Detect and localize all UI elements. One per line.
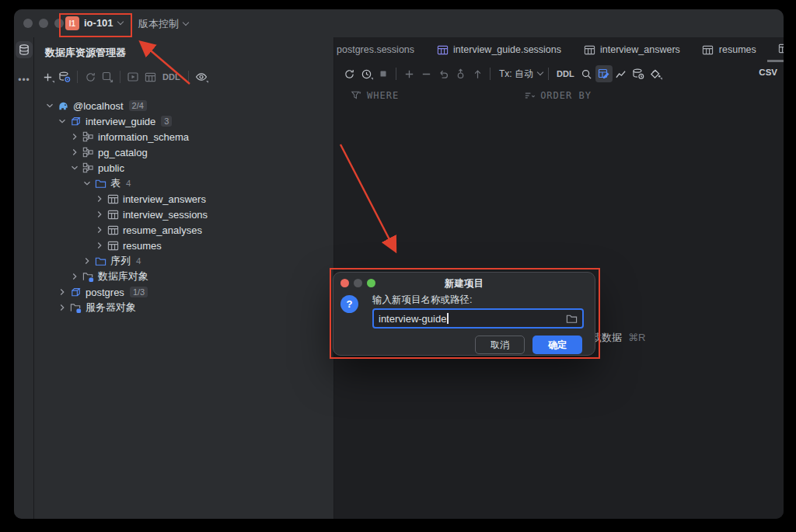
node-label: postgres — [86, 287, 124, 298]
chevron-right-icon[interactable] — [81, 255, 93, 267]
tree-node-pg-catalog[interactable]: pg_catalog — [34, 144, 333, 160]
where-field[interactable]: WHERE — [367, 90, 399, 101]
chevron-right-icon[interactable] — [56, 286, 68, 298]
tree-node-localhost[interactable]: @localhost 2/4 — [34, 98, 333, 113]
schema-icon — [82, 162, 94, 174]
submit-icon[interactable] — [469, 65, 486, 82]
preview-changes-icon[interactable] — [452, 65, 469, 82]
tx-mode-select[interactable]: Tx: 自动 — [499, 68, 543, 81]
editor-tabbar: postgres.sessions interview_guide.sessio… — [334, 37, 784, 62]
refresh-button[interactable] — [82, 68, 99, 85]
chevron-right-icon[interactable] — [93, 239, 106, 252]
tree-node-interview-answers[interactable]: interview_answers — [34, 191, 333, 207]
tree-node-resumes[interactable]: resumes — [34, 238, 333, 253]
reload-icon[interactable] — [340, 65, 358, 82]
tab-interview-guide-sessions[interactable]: interview_guide.sessions — [425, 37, 572, 62]
table-icon — [778, 43, 784, 55]
objects-folder-icon — [82, 270, 94, 283]
detach-schema-button[interactable] — [99, 68, 116, 85]
window-controls[interactable] — [23, 19, 64, 28]
tab-active-partial[interactable]: re — [767, 37, 784, 62]
minimize-button[interactable] — [39, 19, 48, 28]
chevron-right-icon[interactable] — [56, 301, 68, 314]
cancel-button[interactable]: 取消 — [475, 336, 525, 354]
chevron-right-icon[interactable] — [93, 208, 106, 221]
vcs-menu[interactable]: 版本控制 — [138, 17, 188, 31]
chevron-down-icon[interactable] — [81, 177, 93, 190]
tree-node-sequences-folder[interactable]: 序列 4 — [34, 253, 333, 269]
count-badge: 1/3 — [130, 287, 148, 297]
tree-node-postgres-db[interactable]: postgres 1/3 — [34, 284, 333, 300]
schema-icon — [82, 146, 94, 158]
filter-icon — [350, 89, 362, 102]
schedule-icon[interactable] — [358, 65, 375, 82]
chevron-right-icon[interactable] — [68, 146, 81, 158]
chevron-right-icon[interactable] — [93, 224, 106, 236]
more-tool-windows-button[interactable]: ••• — [14, 75, 34, 85]
tree-node-tables-folder[interactable]: 表 4 — [34, 176, 333, 191]
delete-row-icon[interactable] — [417, 65, 435, 82]
explorer-toolbar: DDL — [39, 67, 210, 87]
chevron-right-icon[interactable] — [68, 130, 81, 143]
add-data-source-button[interactable] — [39, 68, 56, 85]
add-row-icon[interactable] — [400, 65, 417, 82]
app-window: I1 io-101 版本控制 ••• 数据库资源管理器 DDL — [14, 9, 784, 519]
data-options-icon[interactable] — [630, 65, 647, 82]
chart-icon[interactable] — [613, 65, 630, 82]
tool-strip: ••• — [14, 37, 34, 519]
tab-interview-answers[interactable]: interview_answers — [572, 37, 691, 62]
tree-node-interview-sessions[interactable]: interview_sessions — [34, 207, 333, 222]
chevron-down-icon[interactable] — [68, 162, 81, 174]
query-console-button[interactable] — [124, 68, 141, 85]
tree-node-public[interactable]: public — [34, 160, 333, 176]
ddl-button[interactable]: DDL — [159, 72, 184, 82]
objects-folder-icon — [69, 301, 82, 314]
folder-icon — [94, 255, 106, 267]
help-icon[interactable]: ? — [340, 295, 358, 313]
grid-toolbar: Tx: 自动 DDL — [334, 62, 784, 85]
ddl-button[interactable]: DDL — [553, 69, 578, 78]
tree-node-resume-analyses[interactable]: resume_analyses — [34, 222, 333, 238]
stop-icon[interactable] — [375, 65, 392, 82]
schema-icon — [82, 130, 94, 143]
table-icon — [106, 224, 119, 236]
input-value: interview-guide — [379, 313, 446, 325]
node-label: 表 — [110, 176, 120, 190]
chevron-down-icon[interactable] — [44, 99, 56, 112]
tab-postgres-sessions[interactable]: postgres.sessions — [334, 37, 425, 62]
project-switcher[interactable]: io-101 — [84, 17, 123, 29]
node-label: resumes — [123, 240, 162, 252]
count-text: 4 — [136, 256, 141, 266]
search-icon[interactable] — [578, 65, 595, 82]
tab-label: resumes — [719, 44, 756, 55]
csv-format-select[interactable]: CSV — [759, 68, 777, 77]
folder-icon — [94, 177, 106, 190]
view-options-button[interactable] — [193, 68, 210, 85]
chevron-right-icon[interactable] — [68, 270, 81, 283]
postgres-icon — [57, 99, 69, 112]
open-table-button[interactable] — [141, 68, 159, 85]
browse-folder-icon[interactable] — [566, 313, 578, 325]
project-name-input[interactable]: interview-guide — [372, 308, 584, 329]
chevron-down-icon[interactable] — [56, 115, 68, 127]
tree-node-information-schema[interactable]: information_schema — [34, 129, 333, 144]
tree-node-interview-guide-db[interactable]: interview_guide 3 — [34, 113, 333, 129]
data-source-properties-button[interactable] — [56, 68, 73, 85]
tab-label: postgres.sessions — [337, 44, 414, 55]
tree-node-database-objects[interactable]: 数据库对象 — [34, 269, 333, 284]
csv-label: CSV — [759, 68, 777, 77]
edit-data-icon[interactable] — [595, 65, 613, 82]
zoom-button[interactable] — [54, 19, 64, 28]
new-project-dialog: 新建项目 ? 输入新项目名称或路径: interview-guide 取消 确定 — [333, 272, 595, 356]
tab-resumes[interactable]: resumes — [691, 37, 767, 62]
tree-node-server-objects[interactable]: 服务器对象 — [34, 300, 333, 315]
paint-icon[interactable] — [647, 65, 664, 82]
count-text: 4 — [126, 179, 131, 188]
order-by-field[interactable]: ORDER BY — [540, 90, 592, 101]
ok-button[interactable]: 确定 — [532, 336, 582, 354]
database-tool-window-button[interactable] — [16, 41, 33, 58]
close-button[interactable] — [23, 19, 33, 28]
chevron-right-icon[interactable] — [93, 193, 106, 205]
revert-icon[interactable] — [435, 65, 452, 82]
chevron-down-icon — [117, 19, 123, 25]
